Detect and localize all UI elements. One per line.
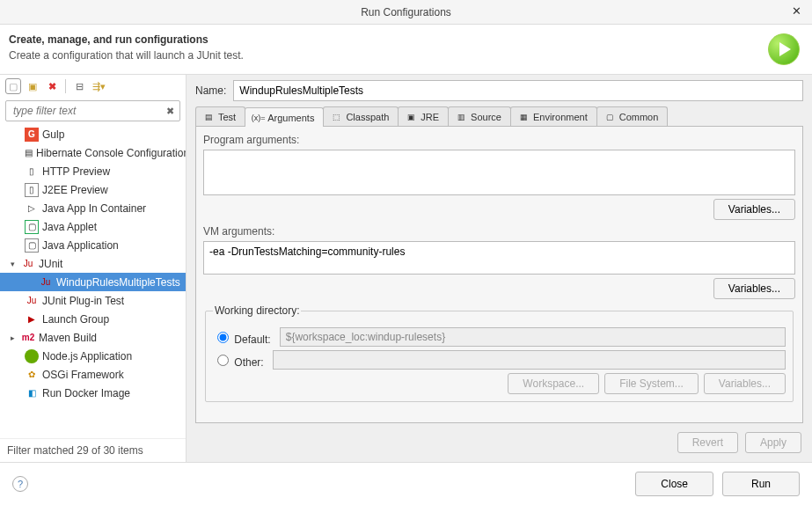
tabbar: ▤Test(x)=Arguments⬚Classpath▣JRE▥Source▦…: [195, 106, 803, 127]
type-icon: ▶: [25, 312, 39, 326]
filter-input-wrap[interactable]: ✖: [5, 100, 180, 121]
type-icon: ✿: [25, 368, 39, 382]
tree-item[interactable]: JuJUnit Plug-in Test: [0, 291, 186, 310]
close-button[interactable]: Close: [635, 472, 713, 496]
wd-default-value: [280, 327, 786, 347]
junit-icon: Ju: [39, 275, 53, 289]
tree-item-label: JUnit: [39, 258, 62, 270]
wd-filesystem-button[interactable]: File System...: [604, 373, 699, 394]
tree-item[interactable]: ◧Run Docker Image: [0, 384, 186, 402]
tree-item-label: Java App In Container: [42, 202, 146, 215]
chevron-icon: ▸: [11, 333, 19, 342]
tree-item-junit[interactable]: ▾JuJUnit: [0, 254, 186, 273]
filter-input[interactable]: [11, 104, 166, 118]
tab-icon: ▤: [203, 111, 215, 122]
vm-args-input[interactable]: -ea -DrunTestsMatching=community-rules: [203, 241, 795, 275]
junit-icon: Ju: [21, 257, 35, 271]
tree-item[interactable]: Node.js Application: [0, 347, 186, 365]
tree-item[interactable]: ▯HTTP Preview: [0, 162, 186, 180]
run-button[interactable]: Run: [722, 472, 800, 496]
tab-jre[interactable]: ▣JRE: [398, 106, 449, 126]
clear-filter-icon[interactable]: ✖: [166, 106, 174, 117]
type-icon: ▢: [25, 238, 39, 253]
wd-other-radio[interactable]: [217, 355, 229, 366]
tab-label: Common: [619, 112, 659, 122]
titlebar: Run Configurations ✕: [0, 0, 812, 25]
tree-item-label: Java Applet: [42, 221, 97, 233]
duplicate-config-button[interactable]: ▣: [25, 78, 40, 94]
name-input[interactable]: [233, 80, 803, 101]
tab-arguments[interactable]: (x)=Arguments: [245, 107, 324, 127]
arguments-panel: Program arguments: Variables... VM argum…: [195, 127, 803, 423]
wd-other-radio-label[interactable]: Other:: [213, 352, 264, 369]
tab-test[interactable]: ▤Test: [195, 106, 245, 126]
tab-common[interactable]: ▢Common: [596, 106, 669, 126]
type-icon: m2: [21, 331, 35, 345]
name-label: Name:: [195, 84, 226, 97]
toolbar-separator: [65, 79, 66, 93]
type-icon: [25, 349, 39, 363]
tree-item[interactable]: ✿OSGi Framework: [0, 365, 186, 384]
apply-button[interactable]: Apply: [745, 432, 801, 453]
tree-item[interactable]: ▶Launch Group: [0, 310, 186, 328]
working-directory-legend: Working directory:: [213, 304, 301, 317]
tab-icon: ▥: [456, 111, 467, 122]
right-pane: Name: ▤Test(x)=Arguments⬚Classpath▣JRE▥S…: [187, 75, 812, 462]
collapse-all-button[interactable]: ⊟: [71, 78, 87, 94]
tree-item-label: JUnit Plug-in Test: [42, 295, 124, 307]
tree-item[interactable]: ▸m2Maven Build: [0, 328, 186, 347]
delete-config-button[interactable]: ✖: [44, 78, 60, 94]
tab-environment[interactable]: ▦Environment: [510, 106, 597, 126]
window-title: Run Configurations: [361, 6, 451, 18]
tree-item-junit-config[interactable]: JuWindupRulesMultipleTests: [0, 273, 186, 291]
bottom-bar: ? Close Run: [0, 462, 812, 505]
close-icon[interactable]: ✕: [788, 4, 805, 18]
tree-item-label: OSGi Framework: [42, 369, 124, 381]
tree-toolbar: ▢ ▣ ✖ ⊟ ⇶▾: [0, 75, 186, 99]
wd-other-value: [273, 350, 786, 370]
wd-default-radio[interactable]: [217, 332, 229, 343]
wd-workspace-button[interactable]: Workspace...: [508, 373, 599, 394]
left-pane: ▢ ▣ ✖ ⊟ ⇶▾ ✖ GGulp▤Hibernate Console Con…: [0, 75, 187, 462]
help-icon[interactable]: ?: [12, 476, 28, 492]
tree-item-label: WindupRulesMultipleTests: [56, 276, 180, 289]
tree-item-label: Run Docker Image: [42, 387, 130, 399]
tree-item[interactable]: GGulp: [0, 125, 186, 143]
tree-item-label: Java Application: [42, 239, 119, 252]
tab-label: JRE: [421, 112, 439, 122]
tab-icon: ▢: [604, 111, 616, 122]
type-icon: ▯: [25, 165, 39, 179]
tree-item[interactable]: ▤Hibernate Console Configuration: [0, 143, 186, 162]
config-tree[interactable]: GGulp▤Hibernate Console Configuration▯HT…: [0, 123, 186, 438]
tree-item[interactable]: ▢Java Applet: [0, 217, 186, 236]
tree-item-label: Maven Build: [39, 332, 97, 344]
tab-icon: ▦: [518, 111, 530, 122]
working-directory-group: Working directory: Default: Other:: [205, 304, 794, 402]
wd-variables-button[interactable]: Variables...: [704, 373, 786, 394]
revert-button[interactable]: Revert: [677, 432, 738, 453]
filter-button[interactable]: ⇶▾: [91, 78, 106, 94]
program-args-label: Program arguments:: [203, 134, 795, 146]
tree-item[interactable]: ▷Java App In Container: [0, 199, 186, 217]
type-icon: ◧: [25, 386, 39, 400]
type-icon: ▯: [25, 183, 39, 197]
tree-item[interactable]: ▢Java Application: [0, 236, 186, 254]
tree-item-label: Gulp: [42, 128, 64, 141]
type-icon: G: [25, 128, 39, 142]
filter-status: Filter matched 29 of 30 items: [0, 438, 186, 462]
tab-source[interactable]: ▥Source: [448, 106, 511, 126]
tab-classpath[interactable]: ⬚Classpath: [323, 106, 399, 126]
tab-icon: ▣: [406, 111, 417, 122]
wd-default-radio-label[interactable]: Default:: [213, 329, 271, 346]
program-args-input[interactable]: [203, 150, 795, 195]
tab-label: Environment: [533, 112, 588, 122]
new-config-button[interactable]: ▢: [5, 78, 21, 94]
type-icon: Ju: [25, 294, 39, 308]
vm-args-variables-button[interactable]: Variables...: [713, 278, 795, 299]
tab-label: Arguments: [267, 113, 314, 123]
type-icon: ▢: [25, 220, 39, 234]
tab-label: Classpath: [346, 112, 389, 122]
chevron-icon: ▾: [11, 260, 19, 268]
program-args-variables-button[interactable]: Variables...: [713, 199, 795, 220]
tree-item[interactable]: ▯J2EE Preview: [0, 180, 186, 199]
